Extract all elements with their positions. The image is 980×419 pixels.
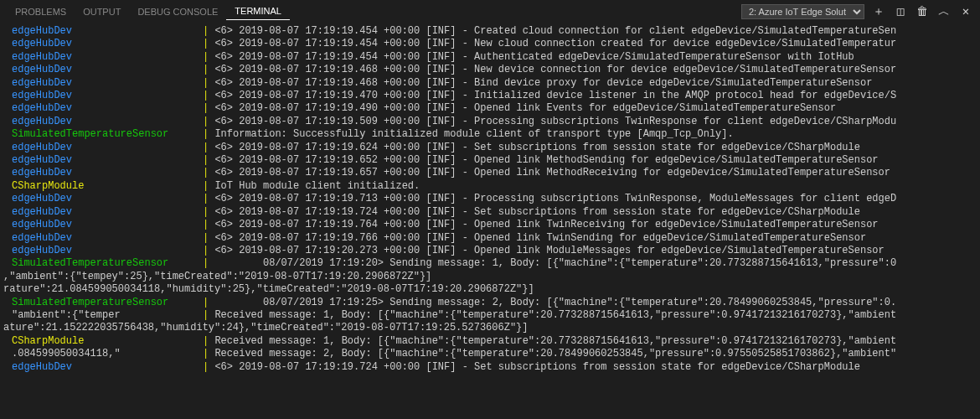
log-separator: | (203, 348, 209, 360)
log-message: <6> 2019-08-07 17:19:19.724 +00:00 [INF]… (209, 206, 860, 219)
log-line: edgeHubDev| <6> 2019-08-07 17:19:19.652 … (3, 154, 977, 167)
log-message: <6> 2019-08-07 17:19:19.454 +00:00 [INF]… (209, 38, 896, 50)
log-separator: | (203, 309, 209, 322)
log-line: edgeHubDev| <6> 2019-08-07 17:19:19.454 … (3, 38, 977, 50)
tab-output[interactable]: OUTPUT (75, 3, 129, 20)
log-message: <6> 2019-08-07 17:19:19.454 +00:00 [INF]… (209, 51, 854, 64)
log-line: edgeHubDev| <6> 2019-08-07 17:19:19.470 … (3, 90, 977, 102)
new-terminal-icon[interactable]: ＋ (871, 4, 886, 19)
log-source: edgeHubDev (3, 232, 203, 245)
log-message: <6> 2019-08-07 17:19:20.273 +00:00 [INF]… (209, 245, 885, 257)
log-message: <6> 2019-08-07 17:19:19.652 +00:00 [INF]… (209, 154, 878, 167)
log-message: <6> 2019-08-07 17:19:19.624 +00:00 [INF]… (209, 142, 860, 154)
log-message: Received message: 1, Body: [{"machine":{… (209, 335, 896, 348)
log-source: edgeHubDev (3, 64, 203, 76)
log-separator: | (203, 51, 209, 64)
log-message: <6> 2019-08-07 17:19:19.454 +00:00 [INF]… (209, 25, 896, 38)
log-continuation: rature":21.084599050034118,"humidity":25… (3, 283, 977, 296)
log-line: edgeHubDev| <6> 2019-08-07 17:19:19.766 … (3, 232, 977, 245)
log-message: <6> 2019-08-07 17:19:19.468 +00:00 [INF]… (209, 64, 896, 76)
log-line: CSharpModule| Received message: 1, Body:… (3, 335, 977, 348)
log-separator: | (203, 335, 209, 348)
log-line: CSharpModule| IoT Hub module client init… (3, 180, 977, 193)
log-line: edgeHubDev| <6> 2019-08-07 17:19:19.764 … (3, 219, 977, 231)
terminal-output[interactable]: edgeHubDev| <6> 2019-08-07 17:19:19.454 … (0, 23, 980, 375)
log-line: "ambient":{"temper| Received message: 1,… (3, 309, 977, 322)
tab-terminal[interactable]: TERMINAL (226, 3, 290, 20)
log-message: 08/07/2019 17:19:20> Sending message: 1,… (209, 257, 896, 270)
log-source: "ambient":{"temper (3, 309, 203, 322)
log-separator: | (203, 167, 209, 179)
log-separator: | (203, 219, 209, 231)
log-continuation: ature":21.152222035756438,"humidity":24}… (3, 322, 977, 334)
log-message: <6> 2019-08-07 17:19:19.470 +00:00 [INF]… (209, 90, 896, 102)
log-source: edgeHubDev (3, 245, 203, 257)
log-message: <6> 2019-08-07 17:19:19.713 +00:00 [INF]… (209, 193, 896, 205)
log-source: SimulatedTemperatureSensor (3, 128, 203, 141)
log-message: Information: Successfully initialized mo… (209, 128, 734, 141)
log-separator: | (203, 25, 209, 38)
log-line: edgeHubDev| <6> 2019-08-07 17:19:19.724 … (3, 206, 977, 219)
panel-header: PROBLEMS OUTPUT DEBUG CONSOLE TERMINAL 2… (0, 0, 980, 23)
log-line: SimulatedTemperatureSensor| Information:… (3, 128, 977, 141)
log-source: SimulatedTemperatureSensor (3, 257, 203, 270)
log-continuation: ,"ambient":{"tempey":25},"timeCreated":"… (3, 271, 977, 283)
kill-terminal-icon[interactable]: 🗑 (915, 5, 930, 18)
log-line: SimulatedTemperatureSensor| 08/07/2019 1… (3, 257, 977, 270)
log-source: edgeHubDev (3, 167, 203, 179)
log-separator: | (203, 361, 209, 374)
log-separator: | (203, 193, 209, 205)
log-line: edgeHubDev| <6> 2019-08-07 17:19:19.509 … (3, 116, 977, 128)
log-source: edgeHubDev (3, 116, 203, 128)
log-line: edgeHubDev| <6> 2019-08-07 17:19:19.468 … (3, 64, 977, 76)
log-source: edgeHubDev (3, 77, 203, 90)
log-line: edgeHubDev| <6> 2019-08-07 17:19:19.454 … (3, 25, 977, 38)
log-separator: | (203, 232, 209, 245)
log-separator: | (203, 77, 209, 90)
log-line: edgeHubDev| <6> 2019-08-07 17:19:19.657 … (3, 167, 977, 179)
log-message: <6> 2019-08-07 17:19:19.490 +00:00 [INF]… (209, 102, 836, 115)
log-source: edgeHubDev (3, 361, 203, 374)
log-message: Received message: 1, Body: [{"machine":{… (209, 309, 896, 322)
maximize-panel-icon[interactable]: ︿ (936, 4, 952, 19)
log-source: CSharpModule (3, 180, 203, 193)
log-source: edgeHubDev (3, 206, 203, 219)
log-message: <6> 2019-08-07 17:19:19.509 +00:00 [INF]… (209, 116, 896, 128)
split-terminal-icon[interactable]: ◫ (893, 4, 908, 18)
log-message: <6> 2019-08-07 17:19:19.764 +00:00 [INF]… (209, 219, 878, 231)
log-message: Received message: 2, Body: [{"machine":{… (209, 348, 896, 360)
log-separator: | (203, 90, 209, 102)
log-source: .084599050034118," (3, 348, 203, 360)
log-separator: | (203, 180, 209, 193)
log-line: edgeHubDev| <6> 2019-08-07 17:19:19.490 … (3, 102, 977, 115)
log-source: SimulatedTemperatureSensor (3, 297, 203, 309)
log-source: edgeHubDev (3, 90, 203, 102)
log-separator: | (203, 206, 209, 219)
log-source: CSharpModule (3, 335, 203, 348)
close-panel-icon[interactable]: ✕ (958, 4, 973, 18)
tab-debug-console[interactable]: DEBUG CONSOLE (129, 3, 226, 20)
log-source: edgeHubDev (3, 38, 203, 50)
log-message: <6> 2019-08-07 17:19:19.766 +00:00 [INF]… (209, 232, 866, 245)
log-line: SimulatedTemperatureSensor| 08/07/2019 1… (3, 297, 977, 309)
log-separator: | (203, 245, 209, 257)
log-message: IoT Hub module client initialized. (209, 180, 420, 193)
log-message: <6> 2019-08-07 17:19:19.657 +00:00 [INF]… (209, 167, 890, 179)
log-line: edgeHubDev| <6> 2019-08-07 17:19:19.454 … (3, 51, 977, 64)
log-line: edgeHubDev| <6> 2019-08-07 17:19:19.624 … (3, 142, 977, 154)
log-source: edgeHubDev (3, 51, 203, 64)
log-separator: | (203, 297, 209, 309)
log-line: .084599050034118,"| Received message: 2,… (3, 348, 977, 360)
log-separator: | (203, 154, 209, 167)
log-separator: | (203, 142, 209, 154)
terminal-actions: 2: Azure IoT Edge Solut ＋ ◫ 🗑 ︿ ✕ (741, 4, 973, 19)
log-source: edgeHubDev (3, 219, 203, 231)
log-line: edgeHubDev| <6> 2019-08-07 17:19:20.273 … (3, 245, 977, 257)
terminal-selector[interactable]: 2: Azure IoT Edge Solut (741, 4, 864, 19)
log-separator: | (203, 64, 209, 76)
log-message: 08/07/2019 17:19:25> Sending message: 2,… (209, 297, 896, 309)
tab-problems[interactable]: PROBLEMS (7, 3, 75, 20)
log-line: edgeHubDev| <6> 2019-08-07 17:19:19.724 … (3, 361, 977, 374)
log-source: edgeHubDev (3, 193, 203, 205)
log-separator: | (203, 116, 209, 128)
